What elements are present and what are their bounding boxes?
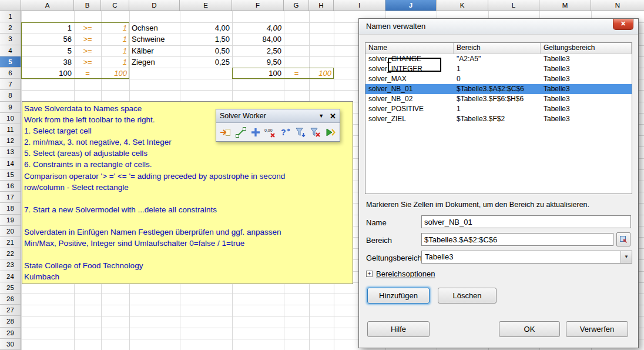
cell-D3[interactable]: Schweine	[129, 34, 180, 45]
row-header-8[interactable]: 8	[0, 90, 21, 101]
ok-button[interactable]: OK	[499, 321, 560, 337]
column-header-I[interactable]: I	[334, 0, 385, 11]
integer-toggle-icon[interactable]: 0,00	[264, 125, 277, 139]
dialog-titlebar[interactable]: Namen verwalten ✕	[359, 19, 638, 35]
column-header-L[interactable]: L	[488, 0, 539, 11]
range-options-expander[interactable]: + Bereichsoptionen	[366, 269, 435, 278]
range-cell: 1	[454, 64, 541, 74]
name-cell: solver_ZIEL	[365, 114, 454, 124]
row-header-5[interactable]: 5	[0, 56, 21, 68]
column-header-M[interactable]: M	[539, 0, 591, 11]
row-header-13[interactable]: 13	[0, 146, 21, 158]
row-header-26[interactable]: 26	[0, 294, 21, 305]
row-header-28[interactable]: 28	[0, 316, 21, 327]
shrink-range-button[interactable]	[616, 232, 630, 246]
row-header-27[interactable]: 27	[0, 305, 21, 316]
names-list-header: NameBereichGeltungsbereich	[365, 43, 632, 54]
scope-select[interactable]: Tabelle3 ▼	[421, 251, 632, 264]
row-header-21[interactable]: 21	[0, 237, 21, 248]
column-header-F[interactable]: F	[232, 0, 284, 11]
name-row-solver_MAX[interactable]: solver_MAX0Tabelle3	[365, 74, 632, 84]
constraint-help-icon[interactable]: ?	[279, 125, 292, 139]
row-header-10[interactable]: 10	[0, 113, 21, 124]
cell-F2[interactable]: 4,00	[232, 22, 284, 34]
column-header-D[interactable]: D	[129, 0, 180, 11]
row-header-4[interactable]: 4	[0, 45, 21, 56]
dropdown-arrow-icon[interactable]: ▼	[620, 251, 632, 263]
scope-cell: Tabelle3	[541, 114, 632, 124]
cell-E2[interactable]: 4,00	[180, 22, 232, 34]
name-row-solver_POSITIVE[interactable]: solver_POSITIVE1Tabelle3	[365, 104, 632, 114]
cell-F5[interactable]: 9,50	[232, 56, 284, 68]
column-header-B[interactable]: B	[74, 0, 101, 11]
row-header-7[interactable]: 7	[0, 79, 21, 90]
row-header-23[interactable]: 23	[0, 259, 21, 271]
range-input[interactable]	[421, 233, 613, 246]
toolbar-titlebar[interactable]: Solver Worker ▼ ✕	[216, 109, 340, 123]
cell-F3[interactable]: 84,00	[232, 34, 284, 45]
add-button[interactable]: Hinzufügen	[367, 288, 430, 304]
cancel-button[interactable]: Verwerfen	[566, 321, 628, 337]
row-header-30[interactable]: 30	[0, 339, 21, 350]
row-header-20[interactable]: 20	[0, 226, 21, 237]
target-cell-icon[interactable]	[219, 125, 232, 139]
dialog-title: Namen verwalten	[366, 22, 425, 31]
row-header-2[interactable]: 2	[0, 22, 21, 34]
cell-D2[interactable]: Ochsen	[129, 22, 180, 34]
row-header-9[interactable]: 9	[0, 102, 21, 113]
column-header-H[interactable]: H	[309, 0, 334, 11]
row-header-25[interactable]: 25	[0, 282, 21, 294]
column-header-G[interactable]: G	[284, 0, 309, 11]
column-header-E[interactable]: E	[180, 0, 232, 11]
name-input[interactable]	[421, 215, 631, 228]
list-header-bereich[interactable]: Bereich	[454, 43, 541, 54]
expander-label: Bereichsoptionen	[376, 269, 435, 278]
row-header-17[interactable]: 17	[0, 192, 21, 203]
row-header-14[interactable]: 14	[0, 158, 21, 169]
cell-D5[interactable]: Ziegen	[129, 56, 180, 68]
row-header-6[interactable]: 6	[0, 68, 21, 79]
row-header-16[interactable]: 16	[0, 181, 21, 192]
toolbar-close-icon[interactable]: ✕	[330, 112, 336, 121]
column-header-C[interactable]: C	[101, 0, 129, 11]
row-header-18[interactable]: 18	[0, 203, 21, 214]
solver-worker-toolbar: Solver Worker ▼ ✕ 0,00?	[216, 109, 340, 142]
column-header-A[interactable]: A	[21, 0, 74, 11]
row-header-1[interactable]: 1	[0, 11, 21, 22]
name-row-solver_NB_01[interactable]: solver_NB_01$Tabelle3.$A$2:$C$6Tabelle3	[365, 84, 632, 94]
toolbar-icon-row: 0,00?	[216, 123, 340, 141]
row-header-15[interactable]: 15	[0, 169, 21, 181]
row-header-11[interactable]: 11	[0, 124, 21, 135]
delete-constraints-icon[interactable]	[308, 125, 321, 139]
range-cell: "A2:A5"	[454, 54, 541, 64]
filter-constraints-icon[interactable]	[294, 125, 307, 139]
shrink-icon	[619, 235, 628, 244]
cell-E3[interactable]: 1,50	[180, 34, 232, 45]
row-header-19[interactable]: 19	[0, 215, 21, 226]
list-header-geltungsbereich[interactable]: Geltungsbereich	[541, 43, 632, 54]
adjustable-cells-icon[interactable]	[234, 125, 247, 139]
column-header-J[interactable]: J	[385, 0, 437, 11]
row-header-12[interactable]: 12	[0, 135, 21, 146]
cell-F4[interactable]: 2,50	[232, 45, 284, 56]
row-header-22[interactable]: 22	[0, 248, 21, 259]
row-header-29[interactable]: 29	[0, 328, 21, 339]
cell-D4[interactable]: Kälber	[129, 45, 180, 56]
column-header-N[interactable]: N	[591, 0, 644, 11]
list-header-name[interactable]: Name	[365, 43, 454, 54]
name-row-solver_ZIEL[interactable]: solver_ZIEL$Tabelle3.$F$2Tabelle3	[365, 114, 632, 124]
name-row-solver_NB_02[interactable]: solver_NB_02$Tabelle3.$F$6:$H$6Tabelle3	[365, 94, 632, 104]
row-header-24[interactable]: 24	[0, 271, 21, 282]
cell-E5[interactable]: 0,25	[180, 56, 232, 68]
delete-button[interactable]: Löschen	[438, 288, 497, 304]
toolbar-menu-arrow-icon[interactable]: ▼	[318, 113, 324, 119]
select-all-corner[interactable]	[0, 0, 21, 11]
row-header-3[interactable]: 3	[0, 34, 21, 45]
run-solver-icon[interactable]	[324, 125, 337, 139]
dialog-close-button[interactable]: ✕	[613, 19, 633, 30]
column-header-K[interactable]: K	[437, 0, 488, 11]
help-button[interactable]: Hilfe	[367, 321, 430, 337]
add-constraint-icon[interactable]	[249, 125, 262, 139]
cell-E4[interactable]: 0,50	[180, 45, 232, 56]
svg-text:?: ?	[281, 128, 286, 137]
